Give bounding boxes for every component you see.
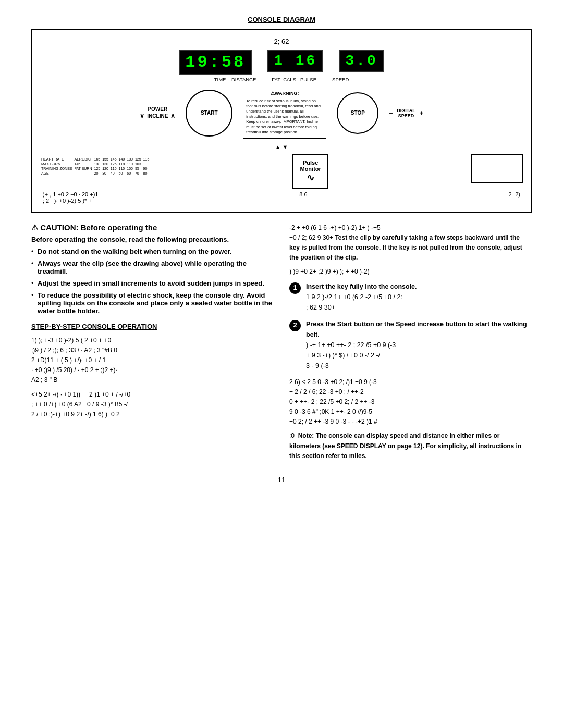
pulse-monitor: Pulse Monitor ∿ xyxy=(292,154,328,189)
caution-icon: ⚠ xyxy=(31,223,38,232)
bottom-left-labels: )+ , 1 +0 2 +0 · 20 +)1 ; 2+ )· +0 )-2) … xyxy=(43,191,98,204)
caution-before: Before operating the xyxy=(81,223,157,232)
caution-block: ⚠ CAUTION: Before operating the Before o… xyxy=(31,223,274,315)
caution-item-2: Always wear the clip (see the drawing ab… xyxy=(31,260,274,275)
display-labels-row: TIME DISTANCE FAT CALS. PULSE SPEED xyxy=(40,77,523,82)
right-note2: ;0 Note: The console can display speed a… xyxy=(289,431,532,461)
step-intro-para: 1) ); +-3 +0 )-2) 5 ( 2 +0 + +0 ;)9 ) / … xyxy=(31,336,274,386)
two-col-section: ⚠ CAUTION: Before operating the Before o… xyxy=(31,223,532,465)
right-para3: 2 6) < 2 5 0 -3 +0 2; /)1 +0 9 (-3 + 2 /… xyxy=(289,377,532,427)
step-2-content: Press the Start button or the Speed incr… xyxy=(306,319,532,371)
caution-item-1: Do not stand on the walking belt when tu… xyxy=(31,248,274,255)
warning-text: To reduce risk of serious injury, stand … xyxy=(246,98,323,135)
diagram-bottom: )+ , 1 +0 2 +0 · 20 +)1 ; 2+ )· +0 )-2) … xyxy=(40,191,523,204)
step-2-detail: ) -+ 1+ +0 ++- 2 ; 22 /5 +0 9 (-3 + 9 3 … xyxy=(306,341,396,369)
step-2-number: 2 xyxy=(289,320,301,331)
stop-button[interactable]: STOP xyxy=(337,92,378,134)
bottom-left-line2: ; 2+ )· +0 )-2) 5 )* + xyxy=(43,198,98,204)
step-1-content: Insert the key fully into the console. 1… xyxy=(306,281,532,313)
console-diagram-box: 2; 62 19:58 1 16 3.0 TIME DISTANCE FAT C… xyxy=(31,29,532,213)
hr-table: HEART RATEAEROBIC 165155145140130125115 … xyxy=(40,157,150,176)
middle-display-group: 1 16 xyxy=(267,50,323,72)
pulse-wave: ∿ xyxy=(307,172,314,183)
step-section-header: STEP-BY-STEP CONSOLE OPERATION xyxy=(31,323,274,330)
incline-up-btn[interactable]: ∧ xyxy=(170,112,175,119)
bottom-section: HEART RATEAEROBIC 165155145140130125115 … xyxy=(40,154,523,189)
step-2: 2 Press the Start button or the Speed in… xyxy=(289,319,532,371)
digital-speed-group: − DIGITAL SPEED + xyxy=(389,108,423,118)
time-label: TIME DISTANCE xyxy=(214,77,256,82)
incline-label: INCLINE xyxy=(147,113,168,119)
caution-item-4: To reduce the possibility of electric sh… xyxy=(31,291,274,315)
pulse-label: Pulse xyxy=(303,159,318,166)
step-1-detail: 1 9 2 )-/2 1+ +0 (6 2 -2 +/5 +0 / 2: ; 6… xyxy=(306,293,402,311)
page-container: CONSOLE DIAGRAM 2; 62 19:58 1 16 3.0 TIM… xyxy=(31,16,532,484)
section-title: CONSOLE DIAGRAM xyxy=(31,16,532,23)
page-number: 11 xyxy=(31,476,532,484)
hr-zone-table: HEART RATEAEROBIC 165155145140130125115 … xyxy=(40,154,150,178)
bottom-right-label: 2 -2) xyxy=(508,191,520,204)
speed-decrease-btn[interactable]: − xyxy=(389,109,393,117)
fat-cals-pulse-label: FAT CALS. PULSE xyxy=(272,77,316,82)
start-label: START xyxy=(201,110,218,116)
speed-display-group: 3.0 xyxy=(339,50,384,72)
speed-label: SPEED xyxy=(332,77,349,82)
stop-label: STOP xyxy=(351,110,365,116)
time-display-group: 19:58 xyxy=(179,50,252,75)
step-1: 1 Insert the key fully into the console.… xyxy=(289,281,532,313)
right-panel-box xyxy=(471,154,523,183)
middle-display: 1 16 xyxy=(267,50,323,72)
digital-label: DIGITAL xyxy=(397,108,415,113)
console-diagram-title: CONSOLE DIAGRAM xyxy=(248,16,315,23)
left-column: ⚠ CAUTION: Before operating the Before o… xyxy=(31,223,274,465)
warning-box: ⚠WARNING: To reduce risk of serious inju… xyxy=(243,88,326,139)
right-column: -2 + +0 (6 1 6 -+) +0 )-2) 1+ ) -+5 +0 /… xyxy=(289,223,532,465)
start-button[interactable]: START xyxy=(186,90,232,137)
caution-item-3: Adjust the speed in small increments to … xyxy=(31,279,274,287)
speed-increase-btn[interactable]: + xyxy=(420,109,423,117)
caution-list: Do not stand on the walking belt when tu… xyxy=(31,248,274,315)
panel-main: POWER ∨ INCLINE ∧ START ⚠WARNING: To red… xyxy=(40,88,523,139)
step-para2: <+5 2+ -/) · +0 1))+ 2 )1 +0 + / -/+0 ; … xyxy=(31,390,274,420)
displays-wrapper: 19:58 1 16 3.0 xyxy=(40,50,523,75)
incline-down-btn[interactable]: ∨ xyxy=(140,112,144,119)
bottom-center-label: 8 6 xyxy=(299,191,307,204)
step-1-title: Insert the key fully into the console. xyxy=(306,283,417,290)
speed-label-ctrl: SPEED xyxy=(397,113,415,118)
pulse-label2: Monitor xyxy=(300,166,321,172)
speed-display: 3.0 xyxy=(339,50,384,72)
incline-control[interactable]: POWER ∨ INCLINE ∧ xyxy=(140,106,175,119)
time-display: 19:58 xyxy=(179,50,252,75)
caution-label: CAUTION: xyxy=(40,223,78,232)
incline-btn-row: ∨ INCLINE ∧ xyxy=(140,112,175,119)
top-number: 2; 62 xyxy=(40,38,523,45)
step-2-title: Press the Start button or the Speed incr… xyxy=(306,320,527,338)
nav-arrows[interactable]: ▲ ▼ xyxy=(40,144,523,150)
bottom-left-line1: )+ , 1 +0 2 +0 · 20 +)1 xyxy=(43,191,98,198)
power-label: POWER xyxy=(148,106,167,112)
warning-title: ⚠WARNING: xyxy=(246,91,323,97)
right-note: ) )9 +0 2+ ;2 )9 +) ); + +0 )-2) xyxy=(289,267,532,277)
step-1-number: 1 xyxy=(289,282,301,294)
caution-title: ⚠ CAUTION: Before operating the xyxy=(31,223,274,232)
caution-subtitle: Before operating the console, read the f… xyxy=(31,236,274,243)
right-intro-para: -2 + +0 (6 1 6 -+) +0 )-2) 1+ ) -+5 +0 /… xyxy=(289,223,532,263)
